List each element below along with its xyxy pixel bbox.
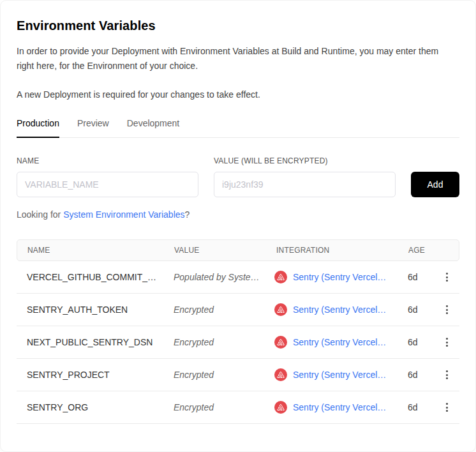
value-field-group: VALUE (WILL BE ENCRYPTED): [214, 156, 396, 197]
header-name: NAME: [17, 246, 164, 255]
table-row: SENTRY_ORG Encrypted Sentry (Sentry Verc…: [17, 391, 459, 424]
system-env-variables-link[interactable]: System Environment Variables: [63, 209, 184, 220]
integration-cell: Sentry (Sentry Vercel…: [265, 336, 398, 349]
variable-name: SENTRY_AUTH_TOKEN: [17, 305, 163, 315]
variable-age: 6d: [398, 272, 434, 282]
deployment-note: A new Deployment is required for your ch…: [17, 87, 459, 102]
table-row: VERCEL_GITHUB_COMMIT_… Populated by Syst…: [17, 261, 459, 294]
row-menu-button[interactable]: [442, 301, 452, 318]
sentry-icon: [274, 368, 287, 381]
variable-age: 6d: [398, 337, 434, 347]
value-label: VALUE (WILL BE ENCRYPTED): [214, 156, 396, 165]
env-table: NAME VALUE INTEGRATION AGE VERCEL_GITHUB…: [17, 239, 459, 424]
kebab-menu-icon: [446, 403, 448, 405]
hint-prefix: Looking for: [17, 209, 63, 220]
add-variable-form: NAME VALUE (WILL BE ENCRYPTED) Add: [17, 156, 459, 197]
add-button[interactable]: Add: [411, 172, 459, 197]
env-table-header: NAME VALUE INTEGRATION AGE: [17, 239, 459, 261]
hint-suffix: ?: [185, 209, 190, 220]
variable-name: NEXT_PUBLIC_SENTRY_DSN: [17, 337, 163, 347]
environment-tabs: Production Preview Development: [17, 118, 459, 138]
row-menu-button[interactable]: [442, 366, 452, 383]
variable-value-input[interactable]: [214, 172, 396, 197]
variable-name: VERCEL_GITHUB_COMMIT_…: [17, 272, 163, 282]
variable-value: Populated by Syste…: [163, 272, 265, 282]
variable-age: 6d: [398, 402, 434, 412]
name-label: NAME: [17, 156, 198, 165]
integration-cell: Sentry (Sentry Vercel…: [265, 271, 398, 283]
variable-age: 6d: [398, 305, 434, 315]
actions-cell: [434, 269, 459, 285]
table-row: NEXT_PUBLIC_SENTRY_DSN Encrypted Sentry …: [17, 326, 459, 359]
actions-cell: [434, 399, 459, 416]
variable-name: SENTRY_PROJECT: [17, 370, 163, 380]
variable-value: Encrypted: [163, 337, 265, 347]
kebab-menu-icon: [446, 370, 448, 372]
integration-link[interactable]: Sentry (Sentry Vercel…: [293, 337, 386, 347]
sentry-icon: [274, 271, 287, 283]
row-menu-button[interactable]: [442, 269, 452, 285]
sentry-icon: [274, 336, 287, 349]
tab-development[interactable]: Development: [127, 118, 180, 138]
kebab-menu-icon: [446, 338, 448, 340]
page-description: In order to provide your Deployment with…: [17, 44, 450, 73]
integration-cell: Sentry (Sentry Vercel…: [265, 303, 398, 316]
header-integration: INTEGRATION: [266, 246, 398, 255]
integration-cell: Sentry (Sentry Vercel…: [265, 401, 398, 414]
environment-variables-panel: Environment Variables In order to provid…: [0, 0, 476, 452]
system-env-hint: Looking for System Environment Variables…: [17, 209, 459, 220]
variable-value: Encrypted: [163, 305, 265, 315]
variable-age: 6d: [398, 370, 434, 380]
variable-name: SENTRY_ORG: [17, 402, 163, 412]
tab-production[interactable]: Production: [17, 118, 59, 138]
variable-value: Encrypted: [163, 370, 265, 380]
header-value: VALUE: [164, 246, 266, 255]
env-table-body: VERCEL_GITHUB_COMMIT_… Populated by Syst…: [17, 261, 459, 424]
kebab-menu-icon: [446, 305, 448, 307]
table-row: SENTRY_PROJECT Encrypted Sentry (Sentry …: [17, 359, 459, 391]
table-row: SENTRY_AUTH_TOKEN Encrypted Sentry (Sent…: [17, 294, 459, 326]
integration-link[interactable]: Sentry (Sentry Vercel…: [293, 272, 386, 282]
name-field-group: NAME: [17, 156, 198, 197]
row-menu-button[interactable]: [442, 334, 452, 350]
actions-cell: [434, 366, 459, 383]
kebab-menu-icon: [446, 273, 448, 275]
header-age: AGE: [398, 246, 433, 255]
sentry-icon: [274, 401, 287, 414]
sentry-icon: [274, 303, 287, 316]
variable-value: Encrypted: [163, 402, 265, 412]
actions-cell: [434, 334, 459, 350]
actions-cell: [434, 301, 459, 318]
integration-link[interactable]: Sentry (Sentry Vercel…: [293, 370, 386, 380]
tab-preview[interactable]: Preview: [77, 118, 109, 138]
variable-name-input[interactable]: [17, 172, 198, 197]
page-title: Environment Variables: [17, 19, 459, 33]
integration-cell: Sentry (Sentry Vercel…: [265, 368, 398, 381]
integration-link[interactable]: Sentry (Sentry Vercel…: [293, 305, 386, 315]
row-menu-button[interactable]: [442, 399, 452, 416]
integration-link[interactable]: Sentry (Sentry Vercel…: [293, 402, 386, 412]
